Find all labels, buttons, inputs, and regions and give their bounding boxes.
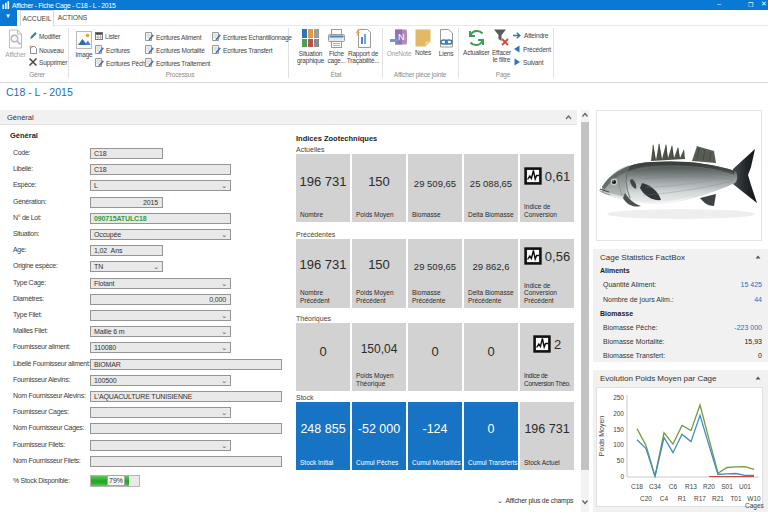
svg-text:U01: U01	[739, 483, 751, 490]
svg-text:C4: C4	[660, 495, 669, 502]
svg-text:100: 100	[613, 441, 624, 448]
svg-text:R17: R17	[694, 495, 706, 502]
svg-text:Poids Moyen: Poids Moyen	[598, 416, 606, 457]
svg-text:S01: S01	[721, 483, 733, 490]
svg-text:R20: R20	[703, 483, 715, 490]
svg-text:150: 150	[613, 426, 624, 433]
svg-text:200: 200	[613, 410, 624, 417]
svg-text:250: 250	[613, 394, 624, 401]
svg-text:50: 50	[617, 457, 625, 464]
svg-text:T01: T01	[730, 495, 742, 502]
svg-text:0: 0	[620, 473, 624, 480]
svg-text:C34: C34	[649, 483, 661, 490]
svg-text:R13: R13	[685, 483, 697, 490]
svg-text:C6: C6	[669, 483, 678, 490]
svg-text:W10: W10	[747, 495, 761, 502]
svg-text:R1: R1	[678, 495, 687, 502]
svg-text:C18: C18	[631, 483, 643, 490]
svg-text:R21: R21	[712, 495, 724, 502]
svg-text:C20: C20	[640, 495, 652, 502]
